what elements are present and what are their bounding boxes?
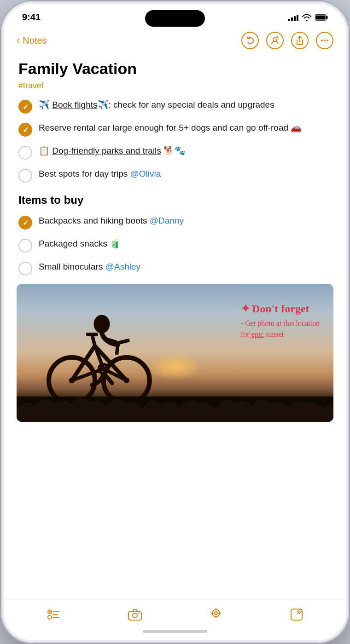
undo-button[interactable]	[241, 32, 259, 49]
mention-olivia[interactable]: @Olivia	[130, 169, 161, 178]
back-button[interactable]: ‹ Notes	[17, 34, 47, 46]
svg-point-8	[327, 40, 328, 41]
screen: 9:41	[4, 4, 346, 640]
back-label: Notes	[23, 35, 47, 46]
mention-ashley[interactable]: @Ashley	[105, 262, 140, 271]
home-bar	[143, 630, 207, 633]
note-tag: #travel	[18, 81, 332, 91]
photo-image[interactable]: ✦ Don't forget - Get photo at this locat…	[17, 284, 333, 422]
compose-icon	[290, 608, 303, 621]
check-4[interactable]	[18, 169, 32, 183]
item-text-7: Small binoculars @Ashley	[39, 261, 332, 273]
svg-point-32	[139, 613, 140, 614]
svg-point-22	[94, 315, 110, 334]
camera-toolbar-btn[interactable]	[128, 609, 142, 621]
photo-note-body: - Get photo at this location for epic su…	[241, 318, 320, 340]
check-6[interactable]	[18, 239, 32, 253]
svg-point-7	[324, 40, 326, 41]
svg-rect-2	[316, 15, 326, 19]
more-button[interactable]	[316, 32, 333, 49]
photo-note-epic: epic	[251, 330, 264, 338]
phone-frame: 9:41	[0, 0, 350, 644]
checklist-item-7: Small binoculars @Ashley	[18, 261, 332, 276]
svg-point-31	[133, 613, 137, 618]
collab-button[interactable]	[266, 32, 284, 49]
battery-icon	[315, 14, 328, 21]
share-button[interactable]	[291, 32, 309, 49]
section-2-heading: Items to buy	[18, 194, 332, 207]
checklist-item-1: ✈️ Book flights✈️: check for any special…	[18, 99, 332, 114]
undo-icon	[246, 36, 254, 45]
svg-rect-39	[291, 609, 302, 620]
checklist-item-2: Reserve rental car large enough for 5+ d…	[18, 122, 332, 137]
book-flights-link[interactable]: Book flights	[52, 100, 97, 109]
photo-note: ✦ Don't forget - Get photo at this locat…	[241, 302, 320, 340]
nav-actions	[241, 32, 333, 49]
camera-icon	[128, 609, 142, 621]
check-2[interactable]	[18, 123, 32, 137]
svg-point-6	[321, 40, 323, 41]
location-icon	[210, 608, 222, 621]
svg-point-25	[48, 615, 52, 619]
check-3[interactable]	[18, 146, 32, 160]
checklist-toolbar-btn[interactable]	[47, 608, 60, 621]
checklist-item-6: Packaged snacks 🧃	[18, 238, 332, 253]
check-7[interactable]	[18, 262, 32, 276]
checklist-icon	[47, 608, 60, 621]
status-time: 9:41	[22, 12, 41, 23]
svg-point-26	[49, 611, 51, 613]
shrubs	[17, 385, 333, 422]
nav-bar: ‹ Notes	[4, 26, 346, 53]
item-text-2: Reserve rental car large enough for 5+ d…	[39, 122, 332, 134]
note-content: Family Vacation #travel ✈️ Book flights✈…	[4, 53, 346, 599]
check-1[interactable]	[18, 100, 32, 114]
compose-toolbar-btn[interactable]	[290, 608, 303, 621]
dynamic-island	[145, 10, 205, 27]
photo-note-title: ✦ Don't forget	[241, 302, 320, 315]
wifi-icon	[302, 14, 311, 21]
svg-rect-1	[327, 16, 328, 19]
parks-trails-link[interactable]: Dog-friendly parks and trails	[52, 146, 161, 155]
svg-point-34	[215, 612, 217, 615]
bottom-toolbar	[4, 599, 346, 627]
item-text-3: 📋 Dog-friendly parks and trails 🐕🐾	[39, 145, 332, 157]
item-text-1: ✈️ Book flights✈️: check for any special…	[39, 99, 332, 111]
checklist-item-5: Backpacks and hiking boots @Danny	[18, 215, 332, 230]
signal-icon	[288, 14, 298, 21]
svg-line-20	[118, 340, 129, 343]
mention-danny[interactable]: @Danny	[150, 216, 184, 225]
location-toolbar-btn[interactable]	[210, 608, 222, 621]
item-text-4: Best spots for day trips @Olivia	[39, 168, 332, 180]
collab-icon	[271, 36, 279, 45]
home-indicator	[4, 627, 346, 640]
checklist-item-4: Best spots for day trips @Olivia	[18, 168, 332, 183]
status-icons	[288, 14, 328, 21]
checklist-item-3: 📋 Dog-friendly parks and trails 🐕🐾	[18, 145, 332, 160]
item-text-5: Backpacks and hiking boots @Danny	[39, 215, 332, 227]
more-icon	[321, 39, 329, 42]
star-icon: ✦	[241, 302, 250, 315]
back-chevron-icon: ‹	[17, 34, 20, 46]
check-5[interactable]	[18, 216, 32, 230]
note-title: Family Vacation	[18, 60, 332, 77]
share-icon	[296, 36, 303, 45]
item-text-6: Packaged snacks 🧃	[39, 238, 332, 250]
